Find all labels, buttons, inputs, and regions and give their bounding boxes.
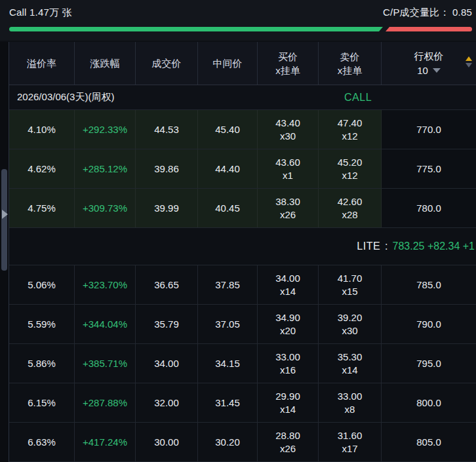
header-ask-orders[interactable]: 卖价 x挂单 [319, 42, 382, 85]
ask-cell[interactable]: 41.70 x15 [319, 265, 382, 304]
mid-price-cell: 45.40 [198, 110, 258, 149]
ask-cell[interactable]: 39.20 x30 [319, 305, 382, 343]
header-last-price[interactable]: 成交价 [136, 42, 198, 85]
mid-price-cell: 30.20 [198, 423, 258, 461]
strike-cell[interactable]: 800.0 [382, 383, 476, 422]
option-row[interactable]: 5.06% +323.70% 36.65 37.85 34.00 x14 41.… [9, 265, 476, 305]
panel-expand-arrow-icon[interactable] [2, 210, 8, 219]
header-change-pct[interactable]: 涨跌幅 [75, 42, 136, 85]
change-pct-cell: +292.33% [75, 110, 136, 149]
ask-cell[interactable]: 35.30 x14 [319, 344, 382, 383]
strike-count-dropdown[interactable]: 10 [417, 64, 441, 78]
header-label: 成交价 [152, 56, 182, 70]
header-label: 买价 [278, 50, 298, 64]
header-strike-price[interactable]: 行权价 10 [382, 42, 476, 85]
premium-rate-cell: 6.63% [9, 423, 75, 461]
option-row[interactable]: 4.75% +309.73% 39.99 40.45 38.30 x26 42.… [9, 189, 476, 228]
ask-price: 35.30 [338, 351, 363, 364]
option-row[interactable]: 5.59% +344.04% 35.79 37.05 34.90 x20 39.… [9, 305, 476, 344]
strike-count-value: 10 [417, 64, 428, 78]
itm-rows-group: 4.10% +292.33% 44.53 45.40 43.40 x30 47.… [9, 110, 476, 228]
header-premium-rate[interactable]: 溢价率 [9, 42, 75, 85]
change-pct-cell: +417.24% [75, 423, 136, 461]
option-row[interactable]: 5.86% +385.71% 34.00 34.15 33.00 x16 35.… [9, 344, 476, 383]
cp-ratio-label: C/P成交量比： 0.85 [383, 7, 472, 19]
underlying-quote-row[interactable]: LITE : 783.25 +82.34 +1 [9, 228, 476, 265]
bid-cell[interactable]: 29.90 x14 [258, 383, 319, 422]
ask-price: 45.20 [338, 156, 363, 169]
bid-cell[interactable]: 43.60 x1 [258, 149, 319, 188]
call-volume-label: Call 1.47万 张 [9, 7, 72, 19]
ask-size: x17 [342, 442, 357, 455]
bid-size: x30 [280, 130, 296, 143]
option-row[interactable]: 6.15% +287.88% 32.00 31.45 29.90 x14 33.… [9, 383, 476, 423]
call-ratio-segment [9, 27, 383, 31]
bid-cell[interactable]: 43.40 x30 [258, 110, 319, 149]
strike-cell[interactable]: 785.0 [382, 265, 476, 304]
ask-price: 47.40 [338, 117, 363, 130]
underlying-price-change: 783.25 +82.34 +1 [393, 241, 475, 252]
premium-rate-cell: 6.15% [9, 383, 75, 422]
strike-cell[interactable]: 775.0 [382, 149, 476, 188]
strike-cell[interactable]: 780.0 [382, 189, 476, 227]
scrollbar-thumb[interactable] [1, 169, 7, 271]
bid-size: x1 [283, 169, 293, 182]
change-pct-cell: +287.88% [75, 383, 136, 422]
premium-rate-cell: 4.10% [9, 110, 75, 149]
underlying-symbol-label: LITE [357, 241, 380, 252]
header-mid-price[interactable]: 中间价 [198, 42, 258, 85]
ask-size: x8 [345, 403, 355, 416]
change-pct-cell: +309.73% [75, 189, 136, 227]
bid-size: x16 [280, 364, 296, 377]
call-side-label: CALL [344, 92, 372, 104]
header-sublabel: x挂单 [275, 64, 300, 77]
ask-cell[interactable]: 42.60 x28 [319, 189, 382, 227]
change-pct-cell: +385.71% [75, 344, 136, 383]
bid-cell[interactable]: 38.30 x26 [258, 189, 319, 227]
bid-cell[interactable]: 33.00 x16 [258, 344, 319, 383]
ask-price: 42.60 [338, 195, 363, 208]
ask-cell[interactable]: 47.40 x12 [319, 110, 382, 149]
bid-price: 43.40 [275, 117, 300, 130]
ask-cell[interactable]: 45.20 x12 [319, 149, 382, 188]
expiry-group-row[interactable]: 2026/03/06(3天)(周权) CALL [9, 85, 476, 110]
last-price-cell: 30.00 [136, 423, 198, 461]
option-row[interactable]: 4.10% +292.33% 44.53 45.40 43.40 x30 47.… [9, 110, 476, 149]
option-row[interactable]: 6.63% +417.24% 30.00 30.20 28.80 x26 31.… [9, 423, 476, 462]
ask-size: x15 [342, 285, 357, 298]
strike-cell[interactable]: 770.0 [382, 110, 476, 149]
premium-rate-cell: 5.59% [9, 305, 75, 343]
last-price-cell: 44.53 [136, 110, 198, 149]
mid-price-cell: 37.05 [198, 305, 258, 343]
premium-rate-cell: 4.62% [9, 149, 75, 188]
premium-rate-cell: 4.75% [9, 189, 75, 227]
header-bid-orders[interactable]: 买价 x挂单 [258, 42, 319, 85]
bid-cell[interactable]: 34.00 x14 [258, 265, 319, 304]
strike-cell[interactable]: 805.0 [382, 423, 476, 461]
change-pct-cell: +344.04% [75, 305, 136, 343]
ask-cell[interactable]: 33.00 x8 [319, 383, 382, 422]
sort-asc-icon [466, 56, 472, 61]
cp-ratio-caption: C/P成交量比： [383, 7, 450, 18]
ask-price: 33.00 [338, 390, 363, 403]
ask-cell[interactable]: 31.60 x17 [319, 423, 382, 461]
ask-size: x30 [342, 324, 357, 337]
ask-size: x28 [342, 208, 357, 221]
strike-cell[interactable]: 790.0 [382, 305, 476, 343]
strike-cell[interactable]: 795.0 [382, 344, 476, 383]
header-label: 卖价 [340, 50, 360, 64]
bid-cell[interactable]: 34.90 x20 [258, 305, 319, 343]
sort-toggle-icon[interactable] [466, 56, 472, 67]
last-price-cell: 39.99 [136, 189, 198, 227]
mid-price-cell: 40.45 [198, 189, 258, 227]
bid-cell[interactable]: 28.80 x26 [258, 423, 319, 461]
ask-price: 41.70 [338, 272, 363, 285]
change-pct-cell: +323.70% [75, 265, 136, 304]
last-price-cell: 35.79 [136, 305, 198, 343]
underlying-colon: : [385, 241, 387, 252]
put-ratio-segment [386, 27, 472, 31]
expiry-date-label: 2026/03/06(3天)(周权) [9, 91, 114, 104]
chevron-down-icon [433, 68, 441, 73]
option-row[interactable]: 4.62% +285.12% 39.86 44.40 43.60 x1 45.2… [9, 149, 476, 189]
last-price-cell: 32.00 [136, 383, 198, 422]
